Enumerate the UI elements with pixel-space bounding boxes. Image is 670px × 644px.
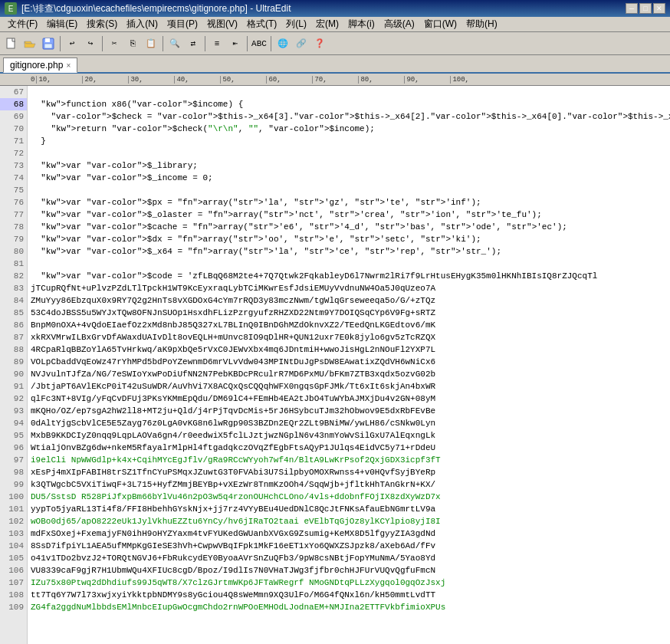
line-number: 70 [0,123,27,135]
code-line[interactable]: "kw">var "var-color">$dx = "fn">array("s… [28,233,670,245]
code-line[interactable]: "var-color">$check = "var-color">$this->… [28,110,670,123]
code-line[interactable]: 4RCpaRlqBBZoYlA65TvHrkwq/aK9pXbQe5rVxC0J… [28,343,670,356]
code-line[interactable]: mdFxSOxej+FxemajyFN0ihH9oHYZYaxm4tvFYUKe… [28,527,670,540]
code-line[interactable]: BnpM0nOXA+4vQdoEIaefOz2xMd8nbJ85Q327xL7B… [28,319,670,331]
code-line[interactable]: MxbB9KKDCIyZ0nqq9LqpLAOVa6gn4/r0eedwiX5f… [28,429,670,442]
code-line[interactable]: k3QTWgcbC5VXiTiwqF+3L715+HyfZMmjBEYBp+vX… [28,478,670,491]
minimize-button[interactable]: ─ [626,3,638,14]
ftp-button[interactable]: 🌐 [274,35,291,52]
unindent-button[interactable]: ⇤ [227,35,244,52]
code-line[interactable]: VOLpCbaddVqEoWz47rYhMPd5bdPoYZewnmD6mrVL… [28,356,670,368]
line-number: 98 [0,466,27,478]
code-content: "kw">function x86("var-color">$income) {… [28,86,670,613]
open-button[interactable] [21,35,38,52]
code-line[interactable] [28,86,670,98]
help-toolbar-button[interactable]: ❓ [311,35,328,52]
separator-2 [102,36,103,51]
code-line[interactable]: VU8339caF9gjR7H1UbmWQu4XFIUc8cgD/Bpoz/I9… [28,564,670,577]
svg-rect-0 [7,38,15,48]
code-line[interactable]: mKQHo/OZ/ep7sgA2hW2ll8+MT2ju+Qld/j4rPjTq… [28,405,670,417]
redo-button[interactable]: ↪ [82,35,99,52]
code-line[interactable]: o41v1TDo2bvzJ2+TORQtNGVJ6+FbRukcydEY0Byo… [28,552,670,564]
code-line[interactable]: "kw">var "var-color">$px = "fn">array("s… [28,196,670,209]
find-button[interactable]: 🔍 [166,35,183,52]
title-bar: E [E:\排查\cdguoxin\ecachefiles\empirecms\… [0,0,670,17]
code-line[interactable]: ZMuYyy86EbzquX0x9RY7Q2g2HnTs8vXGDOxG4cYm… [28,294,670,307]
maximize-button[interactable]: □ [639,3,652,14]
code-line[interactable]: } [28,135,670,147]
menu-help[interactable]: 帮助(H) [461,17,502,31]
code-line[interactable]: "kw">var "var-color">$_x64 = "fn">array(… [28,245,670,258]
code-line[interactable]: ZG4fa2ggdNuMlbbdsEMlMnbcEIupGwOcgmChdo2r… [28,601,670,613]
menu-script[interactable]: 脚本(i) [343,17,379,31]
close-button[interactable]: ✕ [653,3,665,14]
line-number: 100 [0,491,27,503]
line-number: 104 [0,540,27,552]
code-line[interactable]: qlFc3NT+8VIg/yFqCvDFUj3PKsYKMmEpQdu/DM69… [28,393,670,405]
code-line[interactable]: yypTo5jyaRL13Ti4f8/FFI8HbehhGYskNjx+jj7r… [28,503,670,515]
line-number: 102 [0,515,27,527]
menu-column[interactable]: 列(L) [281,17,311,31]
menu-file[interactable]: 文件(F) [3,17,42,31]
spell-button[interactable]: ABC [251,35,268,52]
line-number: 99 [0,478,27,491]
new-button[interactable] [3,35,20,52]
line-number: 68 [0,98,27,110]
code-line[interactable]: /JbtjaPT6AVlEKcP0iT42uSuWDR/AuVhVi7X8ACQ… [28,380,670,393]
code-line[interactable]: xEsPj4mXIpFABIH8trSZ1TfnCYuPSMqxJZuwtG3T… [28,466,670,478]
code-line[interactable]: "kw">function x86("var-color">$income) { [28,98,670,110]
menu-search[interactable]: 搜索(S) [82,17,122,31]
code-line[interactable]: IZu75x80Ptwq2dDhdiufs99J5qWT8/X7clzGJrtm… [28,577,670,589]
code-line[interactable]: "kw">var "var-color">$_income = 0; [28,172,670,184]
code-line[interactable]: "kw">var "var-color">$code = 'zfLBqQ68M2… [28,270,670,282]
save-button[interactable] [40,35,57,52]
line-number: 71 [0,135,27,147]
menu-window[interactable]: 窗口(W) [419,17,461,31]
line-number: 69 [0,110,27,123]
code-line[interactable]: "kw">return "var-color">$check("\r\n", "… [28,123,670,135]
tab-gitignore[interactable]: gitignore.php × [3,58,77,73]
code-line[interactable]: 53C4doJBSS5u5WYJxTQw8OFNJnSUOp1HsxdhFLiz… [28,307,670,319]
code-line[interactable]: xkRXVMrwILBxGrvDfAWaxdUAIvDlt8ovEQLH+mUn… [28,331,670,343]
menu-insert[interactable]: 插入(N) [122,17,163,31]
menu-format[interactable]: 格式(T) [242,17,281,31]
code-scroll[interactable]: "kw">function x86("var-color">$income) {… [28,86,670,644]
code-line[interactable]: wOBo0dj65/apO8222eUk1JylVkhuEZZtu6YnCy/h… [28,515,670,527]
code-line[interactable]: "kw">var "var-color">$_library; [28,159,670,172]
code-line[interactable] [28,184,670,196]
cut-button[interactable]: ✂ [106,35,123,52]
line-number: 106 [0,564,27,577]
menu-macro[interactable]: 宏(M) [311,17,343,31]
code-line[interactable]: "kw">var "var-color">$cache = "fn">array… [28,221,670,233]
tab-close-button[interactable]: × [66,61,71,70]
code-line[interactable]: jTCupRQfNt+uPlvzPZdLTlTpckH1WT9KcEyxraqL… [28,282,670,294]
code-line[interactable]: WtialjOnvBZg6dw+nkeM5RfayalrMlpHl4ftgadq… [28,442,670,454]
line-number: 92 [0,393,27,405]
app-icon: E [5,2,17,15]
code-line[interactable]: 0dAltYjgScbVlCE5E5Zayg76z0LgA0vKG8n6lwRg… [28,417,670,429]
menu-project[interactable]: 项目(P) [163,17,202,31]
title-buttons[interactable]: ─ □ ✕ [626,3,665,14]
code-line[interactable]: DU5/SstsD R528PiJfxpBm66bYlVu46n2pO3w5q4… [28,491,670,503]
menu-advanced[interactable]: 高级(A) [379,17,419,31]
line-number: 96 [0,442,27,454]
line-number: 78 [0,221,27,233]
indent-button[interactable]: ≡ [209,35,225,52]
menu-view[interactable]: 视图(V) [202,17,242,31]
code-line[interactable]: i9elCli NpWWGdlp+k4x+CqihMYcEgJflv/gRa9R… [28,454,670,466]
line-number: 97 [0,454,27,466]
code-line[interactable]: "kw">var "var-color">$_olaster = "fn">ar… [28,209,670,221]
code-line[interactable] [28,258,670,270]
code-line[interactable]: tt7Tq6Y7W7l73xwjxyiYkktpbNDMY9s8yGciou4Q… [28,589,670,601]
line-number: 75 [0,184,27,196]
undo-button[interactable]: ↩ [64,35,80,52]
paste-button[interactable]: 📋 [143,35,159,52]
code-line[interactable] [28,147,670,159]
menu-edit[interactable]: 编辑(E) [42,17,82,31]
code-line[interactable]: 8SsD7ifpiYL1AEA5ufMMpKgGIeSE3hVh+CwpwVBq… [28,540,670,552]
replace-button[interactable]: ⇄ [185,35,202,52]
line-number: 109 [0,601,27,613]
copy-button[interactable]: ⎘ [124,35,141,52]
code-line[interactable]: NVJvulnTJfZa/NG/7eSWIoYxwPoDiUfNN2N7PebK… [28,368,670,380]
web-button[interactable]: 🔗 [293,35,310,52]
